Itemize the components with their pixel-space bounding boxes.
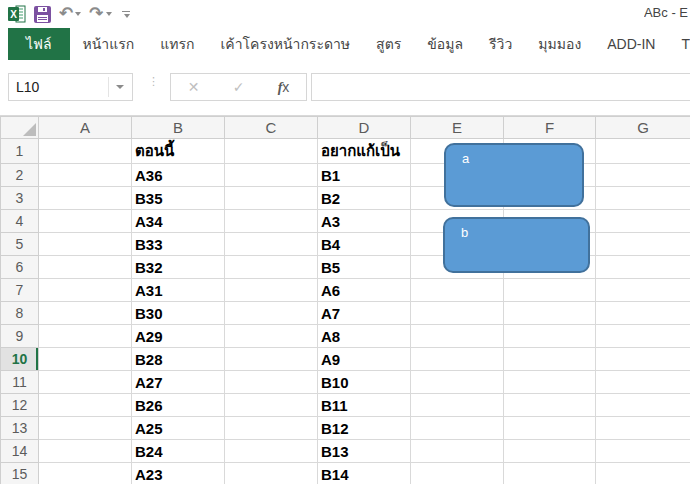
cell-E12[interactable]	[411, 394, 504, 417]
cell-B9[interactable]: A29	[132, 325, 225, 348]
cell-G1[interactable]	[596, 139, 690, 164]
cell-A11[interactable]	[39, 371, 132, 394]
cell-G15[interactable]	[596, 463, 690, 484]
cell-E13[interactable]	[411, 417, 504, 440]
cell-D4[interactable]: A3	[318, 210, 411, 233]
cell-C11[interactable]	[225, 371, 318, 394]
tab-1[interactable]: หน้าแรก	[70, 28, 148, 60]
cell-D10[interactable]: A9	[318, 348, 411, 371]
cell-A9[interactable]	[39, 325, 132, 348]
formula-bar-grip-icon[interactable]: ⋮	[148, 78, 156, 84]
cell-G6[interactable]	[596, 256, 690, 279]
cell-B12[interactable]: B26	[132, 394, 225, 417]
shape-b[interactable]: b	[443, 217, 590, 273]
row-header-2[interactable]: 2	[1, 164, 39, 187]
tab-4[interactable]: สูตร	[363, 28, 414, 60]
cell-F12[interactable]	[504, 394, 596, 417]
cell-B1[interactable]: ตอนนี้	[132, 139, 225, 164]
row-header-13[interactable]: 13	[1, 417, 39, 440]
cell-F14[interactable]	[504, 440, 596, 463]
cell-C6[interactable]	[225, 256, 318, 279]
column-header-E[interactable]: E	[411, 117, 504, 139]
cell-E8[interactable]	[411, 302, 504, 325]
cell-D13[interactable]: B12	[318, 417, 411, 440]
column-header-G[interactable]: G	[596, 117, 690, 139]
cell-A15[interactable]	[39, 463, 132, 484]
cell-C4[interactable]	[225, 210, 318, 233]
cell-C15[interactable]	[225, 463, 318, 484]
cell-G11[interactable]	[596, 371, 690, 394]
cell-G12[interactable]	[596, 394, 690, 417]
cell-G5[interactable]	[596, 233, 690, 256]
name-box[interactable]: L10	[8, 73, 133, 101]
cell-A4[interactable]	[39, 210, 132, 233]
column-header-B[interactable]: B	[132, 117, 225, 139]
cell-C1[interactable]	[225, 139, 318, 164]
cell-B13[interactable]: A25	[132, 417, 225, 440]
cell-D9[interactable]: A8	[318, 325, 411, 348]
cell-C9[interactable]	[225, 325, 318, 348]
cell-D6[interactable]: B5	[318, 256, 411, 279]
column-header-D[interactable]: D	[318, 117, 411, 139]
cell-A2[interactable]	[39, 164, 132, 187]
cell-D11[interactable]: B10	[318, 371, 411, 394]
cell-G13[interactable]	[596, 417, 690, 440]
cell-A8[interactable]	[39, 302, 132, 325]
cell-C8[interactable]	[225, 302, 318, 325]
tab-7[interactable]: มุมมอง	[525, 28, 594, 60]
cell-B15[interactable]: A23	[132, 463, 225, 484]
cell-B5[interactable]: B33	[132, 233, 225, 256]
column-header-C[interactable]: C	[225, 117, 318, 139]
tab-6[interactable]: รีวิว	[476, 28, 525, 60]
cell-G7[interactable]	[596, 279, 690, 302]
cell-D2[interactable]: B1	[318, 164, 411, 187]
cell-A7[interactable]	[39, 279, 132, 302]
cell-G2[interactable]	[596, 164, 690, 187]
row-header-6[interactable]: 6	[1, 256, 39, 279]
column-header-A[interactable]: A	[39, 117, 132, 139]
cell-C12[interactable]	[225, 394, 318, 417]
cell-B7[interactable]: A31	[132, 279, 225, 302]
cell-A1[interactable]	[39, 139, 132, 164]
cell-A10[interactable]	[39, 348, 132, 371]
cell-C14[interactable]	[225, 440, 318, 463]
cell-C13[interactable]	[225, 417, 318, 440]
cell-B11[interactable]: A27	[132, 371, 225, 394]
cell-D14[interactable]: B13	[318, 440, 411, 463]
row-header-8[interactable]: 8	[1, 302, 39, 325]
row-header-11[interactable]: 11	[1, 371, 39, 394]
cell-D15[interactable]: B14	[318, 463, 411, 484]
cell-D7[interactable]: A6	[318, 279, 411, 302]
cell-C10[interactable]	[225, 348, 318, 371]
column-header-F[interactable]: F	[504, 117, 596, 139]
cell-B10[interactable]: B28	[132, 348, 225, 371]
redo-icon[interactable]: ↷	[87, 3, 113, 25]
row-header-15[interactable]: 15	[1, 463, 39, 484]
row-header-14[interactable]: 14	[1, 440, 39, 463]
row-header-4[interactable]: 4	[1, 210, 39, 233]
tab-5[interactable]: ข้อมูล	[414, 28, 476, 60]
cell-F13[interactable]	[504, 417, 596, 440]
cell-G10[interactable]	[596, 348, 690, 371]
cell-F15[interactable]	[504, 463, 596, 484]
cell-F8[interactable]	[504, 302, 596, 325]
name-box-dropdown-caret-icon[interactable]	[116, 85, 124, 89]
cell-E7[interactable]	[411, 279, 504, 302]
cell-F9[interactable]	[504, 325, 596, 348]
cell-B4[interactable]: A34	[132, 210, 225, 233]
cell-A14[interactable]	[39, 440, 132, 463]
row-header-7[interactable]: 7	[1, 279, 39, 302]
cell-D12[interactable]: B11	[318, 394, 411, 417]
cell-A6[interactable]	[39, 256, 132, 279]
tab-2[interactable]: แทรก	[147, 28, 207, 60]
cell-G4[interactable]	[596, 210, 690, 233]
excel-logo-icon[interactable]: X	[6, 3, 28, 25]
cell-B2[interactable]: A36	[132, 164, 225, 187]
cell-A3[interactable]	[39, 187, 132, 210]
tab-3[interactable]: เค้าโครงหน้ากระดาษ	[207, 28, 363, 60]
cell-E14[interactable]	[411, 440, 504, 463]
cell-C5[interactable]	[225, 233, 318, 256]
row-header-10[interactable]: 10	[1, 348, 39, 371]
row-header-1[interactable]: 1	[1, 139, 39, 164]
cell-D1[interactable]: อยากแก้เป็น	[318, 139, 411, 164]
